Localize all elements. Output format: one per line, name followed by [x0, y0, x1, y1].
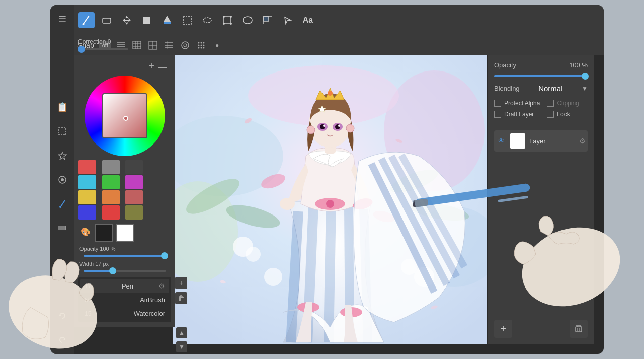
brush-pen-gear[interactable]: ⚙	[158, 282, 165, 290]
svg-point-89	[323, 125, 325, 127]
svg-marker-1	[58, 152, 66, 160]
swatch-4[interactable]	[78, 175, 96, 189]
width-slider-row: Width 17 px	[78, 261, 171, 267]
svg-point-84	[328, 91, 333, 96]
pen-tool-btn[interactable]	[78, 12, 95, 28]
layer-visibility-icon[interactable]: 👁	[496, 136, 506, 146]
svg-point-5	[59, 206, 61, 208]
swatch-7[interactable]	[78, 190, 96, 204]
swatch-9[interactable]	[125, 190, 143, 204]
blending-dropdown-arrow[interactable]: ▼	[582, 85, 588, 92]
eraser-tool-btn[interactable]	[99, 12, 115, 28]
svg-point-55	[198, 47, 199, 48]
opacity-slider-row: Opacity 100 %	[78, 246, 171, 252]
layer-bottom-controls: +	[494, 320, 588, 338]
opacity-track[interactable]	[84, 255, 166, 257]
background-color-box[interactable]	[116, 224, 134, 242]
snap-dot-icon[interactable]	[195, 39, 208, 52]
add-layer-btn[interactable]: +	[494, 320, 512, 338]
swatch-3[interactable]	[125, 160, 143, 174]
svg-rect-14	[143, 17, 150, 24]
layer-settings-icon[interactable]: ⚙	[579, 137, 586, 145]
color-wheel-container[interactable]	[85, 76, 165, 156]
svg-point-93	[280, 198, 295, 210]
brush-add-btn[interactable]: +	[175, 277, 187, 289]
lock-checkbox[interactable]	[547, 111, 554, 118]
snap-rect-grid-icon[interactable]	[146, 39, 159, 52]
brush-up-arrow[interactable]: ▲	[176, 327, 187, 338]
swatch-1[interactable]	[78, 160, 96, 174]
swatch-5[interactable]	[102, 175, 120, 189]
svg-point-50	[200, 42, 202, 43]
svg-point-53	[200, 44, 202, 46]
swatch-12[interactable]	[125, 205, 143, 220]
text-tool-btn[interactable]: Aa	[300, 12, 316, 28]
snap-parallel-icon[interactable]	[163, 39, 176, 52]
brush-air-num: 50	[85, 297, 97, 304]
svg-marker-27	[285, 17, 291, 24]
hamburger-menu-icon[interactable]: ☰	[53, 10, 71, 28]
layer-row[interactable]: 👁 Layer ⚙	[494, 130, 588, 152]
color-picker-square[interactable]	[102, 93, 147, 138]
swatch-11[interactable]	[102, 205, 120, 220]
select-tool-btn[interactable]	[199, 12, 215, 28]
color-del-btn[interactable]: —	[157, 61, 168, 73]
opacity-slider[interactable]	[494, 75, 588, 77]
brush-tool-icon[interactable]	[53, 195, 71, 213]
color-wheel[interactable]	[85, 76, 165, 156]
layer-thumbnail	[510, 133, 525, 149]
layers-icon[interactable]	[53, 219, 71, 237]
svg-point-21	[230, 16, 232, 18]
rect-select-btn[interactable]	[179, 12, 195, 28]
color-picker-icon[interactable]	[53, 171, 71, 189]
svg-point-91	[307, 126, 315, 134]
redo-icon[interactable]	[53, 331, 71, 349]
correction-slider[interactable]	[78, 48, 128, 50]
brush-item-pen[interactable]: 17 Pen ⚙	[80, 279, 169, 293]
snap-grid-icon[interactable]	[130, 39, 143, 52]
stamp-icon[interactable]	[53, 147, 71, 165]
swatch-8[interactable]	[102, 190, 120, 204]
arrow-tool-btn[interactable]	[280, 12, 296, 28]
brush-list: 17 Pen ⚙ 50 AirBrush 15 Watercolor	[78, 277, 171, 322]
crop-tool-btn[interactable]	[260, 12, 276, 28]
svg-rect-7	[59, 228, 66, 230]
transform-tool-btn[interactable]	[219, 12, 235, 28]
brush-pen-name: Pen	[122, 282, 133, 290]
foreground-color-box[interactable]	[95, 224, 113, 242]
svg-point-11	[83, 23, 85, 25]
color-add-btn[interactable]: +	[146, 60, 157, 71]
brush-item-airbrush[interactable]: 50 AirBrush	[80, 293, 169, 307]
layer-divider	[494, 124, 588, 124]
swatch-6[interactable]	[125, 175, 143, 189]
snap-extra-icon[interactable]: ●	[211, 39, 224, 52]
opacity-thumb[interactable]	[161, 252, 168, 259]
color-swatches-grid	[78, 160, 171, 220]
svg-point-69	[246, 247, 261, 262]
brush-delete-btn[interactable]: 🗑	[175, 292, 187, 304]
select-rect-icon[interactable]	[53, 122, 71, 140]
fill-tool-btn[interactable]	[159, 12, 175, 28]
warp-tool-btn[interactable]	[239, 12, 256, 28]
draft-layer-checkbox[interactable]	[494, 111, 501, 118]
palette-icon[interactable]: 🎨	[80, 227, 92, 238]
opacity-slider-thumb[interactable]	[582, 73, 589, 80]
brush-item-watercolor[interactable]: 15 Watercolor	[80, 307, 169, 320]
width-slider-label: Width 17 px	[79, 261, 110, 267]
move-tool-btn[interactable]	[119, 12, 135, 28]
snap-circle-icon[interactable]	[179, 39, 192, 52]
swatch-10[interactable]	[78, 205, 96, 220]
svg-point-18	[203, 18, 211, 23]
shape-tool-btn[interactable]	[139, 12, 155, 28]
canvas-area[interactable]	[173, 55, 487, 344]
width-thumb[interactable]	[109, 267, 116, 274]
width-track[interactable]	[84, 270, 166, 272]
undo-icon[interactable]	[53, 307, 71, 325]
swatch-2[interactable]	[102, 160, 120, 174]
new-canvas-icon[interactable]: 📋	[53, 98, 71, 116]
svg-point-54	[203, 44, 204, 46]
brush-down-arrow[interactable]: ▼	[176, 341, 187, 352]
delete-layer-btn[interactable]	[570, 320, 588, 338]
protect-alpha-checkbox[interactable]	[494, 100, 501, 107]
clipping-checkbox[interactable]	[547, 100, 554, 107]
